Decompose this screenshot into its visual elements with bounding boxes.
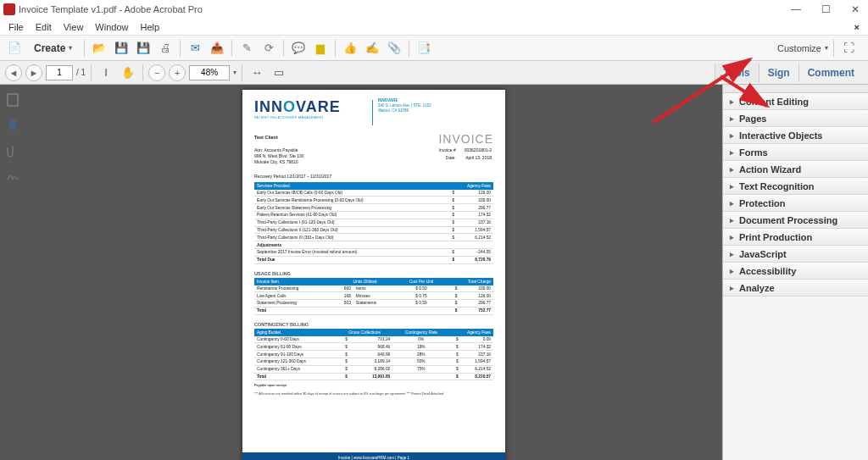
tools-section-action-wizard[interactable]: ▸Action Wizard (723, 161, 868, 178)
menu-help[interactable]: Help (140, 22, 159, 32)
window-minimize-button[interactable]: — (786, 3, 806, 15)
contingency-title: CONTINGENCY BILLING (254, 322, 493, 327)
main-toolbar: 📄 Create ▾ 📂 💾 💾 🖨 ✉ 📤 ✎ ⟳ 💬 ▆ 👍 ✍ 📎 📑 C… (0, 36, 868, 61)
logo-text: INNOVARE (254, 98, 341, 116)
tools-section-text-recognition[interactable]: ▸Text Recognition (723, 178, 868, 195)
table-row: Contingency 361+ Days$8,286.0275%$6,214.… (254, 365, 493, 373)
chevron-right-icon: ▸ (730, 165, 734, 174)
table-row: Remittance Processing660Items$ 0.50$330.… (254, 285, 493, 292)
fit-width-icon[interactable]: ↔ (248, 64, 266, 82)
menubar-close-icon[interactable]: × (854, 22, 860, 32)
table-row: Contingency 91-120 Days$646.9928%$237.16 (254, 351, 493, 358)
open-icon[interactable]: 📂 (90, 39, 108, 58)
table-row: Contingency 61-90 Days$968.4618%$174.32 (254, 343, 493, 351)
rotate-icon[interactable]: ⟳ (259, 39, 278, 58)
chevron-down-icon[interactable]: ▾ (233, 69, 236, 76)
tools-section-analyze[interactable]: ▸Analyze (723, 280, 868, 297)
page-thumbnails-icon[interactable] (6, 93, 19, 107)
table-row: Patient Retention Services (61-90 Days O… (254, 212, 493, 219)
tools-section-document-processing[interactable]: ▸Document Processing (723, 212, 868, 229)
window-title: Invoice Template v1.pdf - Adobe Acrobat … (19, 4, 786, 14)
save-icon[interactable]: 💾 (112, 39, 131, 58)
chevron-down-icon: ▾ (825, 45, 828, 52)
prev-page-button[interactable]: ◄ (5, 64, 22, 81)
attach-icon[interactable]: 📎 (385, 39, 403, 58)
chevron-right-icon: ▸ (730, 267, 734, 275)
stamp-icon[interactable]: 👍 (341, 39, 359, 58)
signatures-icon[interactable] (6, 169, 19, 183)
tools-section-forms[interactable]: ▸Forms (723, 144, 868, 161)
sign-icon[interactable]: ✍ (363, 39, 381, 58)
table-row: September 2017 Invoice Error (invoiced r… (254, 248, 493, 256)
combine-icon[interactable]: 📑 (415, 39, 433, 58)
bookmarks-icon[interactable] (6, 119, 19, 132)
tools-section-print-production[interactable]: ▸Print Production (723, 229, 868, 246)
usage-title: USAGE BILLING (254, 271, 493, 276)
window-maximize-button[interactable]: ☐ (816, 3, 836, 15)
table-row: Live Agent Calls168Minutes$ 0.75$126.00 (254, 292, 493, 300)
sticky-note-icon[interactable]: 💬 (289, 39, 308, 58)
create-pdf-icon[interactable]: 📄 (5, 39, 24, 58)
tools-panel: ▸Content Editing▸Pages▸Interactive Objec… (722, 85, 868, 460)
logo-tagline: PATIENT RELATIONSHIP MANAGEMENT (254, 116, 341, 119)
navigation-pane (0, 85, 25, 460)
table-row: Early Out Services Remittance Processing… (254, 197, 493, 204)
menu-view[interactable]: View (64, 22, 84, 32)
window-titlebar: Invoice Template v1.pdf - Adobe Acrobat … (0, 0, 868, 19)
pdf-page: INNOVARE PATIENT RELATIONSHIP MANAGEMENT… (242, 90, 505, 460)
select-tool-icon[interactable]: I (97, 64, 115, 82)
chevron-right-icon: ▸ (730, 199, 734, 208)
table-row: Contingency 0-60 Days$701.240%$0.00 (254, 336, 493, 343)
app-icon (3, 3, 15, 15)
fit-page-icon[interactable]: ▭ (270, 64, 288, 82)
document-footer: Invoice | www.InnovarePRM.com | Page 1 (242, 452, 505, 460)
tab-sign[interactable]: Sign (759, 64, 798, 82)
company-address: INNOVARE 340 S. Lemon Ave. | STE. 1102 W… (378, 98, 431, 114)
table-row: Third-Party Collections II (121-360 Days… (254, 226, 493, 234)
zoom-out-button[interactable]: − (148, 64, 165, 81)
menu-file[interactable]: File (8, 22, 24, 32)
fine-print: *** All invoices not remitted within 30 … (254, 392, 493, 396)
next-page-button[interactable]: ► (25, 64, 42, 81)
save-as-icon[interactable]: 💾 (134, 39, 153, 58)
tools-section-javascript[interactable]: ▸JavaScript (723, 246, 868, 263)
window-close-button[interactable]: ✕ (846, 3, 865, 15)
panel-grip[interactable] (723, 85, 868, 93)
svg-rect-0 (8, 94, 18, 106)
chevron-right-icon: ▸ (730, 216, 734, 224)
menu-edit[interactable]: Edit (36, 22, 52, 32)
fullscreen-icon[interactable]: ⛶ (839, 39, 858, 58)
tools-section-content-editing[interactable]: ▸Content Editing (723, 93, 868, 110)
tools-section-accessibility[interactable]: ▸Accessibility (723, 263, 868, 280)
email-icon[interactable]: ✉ (186, 39, 204, 58)
invoice-meta: Invoice #0036201801-2 Date:April 13, 201… (431, 146, 493, 163)
chevron-right-icon: ▸ (730, 148, 734, 157)
payable-label: Payable upon receipt (254, 384, 493, 387)
document-area[interactable]: INNOVARE PATIENT RELATIONSHIP MANAGEMENT… (25, 85, 722, 460)
table-row: Third-Party Collections I (91-120 Days O… (254, 219, 493, 226)
menu-window[interactable]: Window (95, 22, 128, 32)
zoom-in-button[interactable]: + (169, 64, 186, 81)
chevron-right-icon: ▸ (730, 182, 734, 191)
page-number-input[interactable] (46, 65, 73, 80)
print-icon[interactable]: 🖨 (156, 39, 175, 58)
tab-comment[interactable]: Comment (798, 64, 863, 82)
hand-tool-icon[interactable]: ✋ (119, 64, 137, 82)
contingency-table: Aging BucketGross CollectionsContingency… (254, 329, 493, 381)
create-button[interactable]: Create ▾ (27, 41, 79, 56)
chevron-right-icon: ▸ (730, 131, 734, 140)
edit-text-icon[interactable]: ✎ (237, 39, 256, 58)
tools-section-interactive-objects[interactable]: ▸Interactive Objects (723, 127, 868, 144)
attachments-icon[interactable] (6, 144, 19, 158)
chevron-right-icon: ▸ (730, 97, 734, 106)
tools-section-protection[interactable]: ▸Protection (723, 195, 868, 212)
share-icon[interactable]: 📤 (208, 39, 226, 58)
invoice-title: INVOICE (438, 132, 493, 146)
highlight-icon[interactable]: ▆ (311, 39, 330, 58)
zoom-input[interactable] (189, 65, 230, 80)
tab-tools[interactable]: Tools (715, 64, 759, 82)
customize-button[interactable]: Customize (777, 43, 821, 53)
table-row: Early Out Services IB/OB Calls (0-60 Day… (254, 190, 493, 197)
chevron-right-icon: ▸ (730, 233, 734, 241)
tools-section-pages[interactable]: ▸Pages (723, 110, 868, 127)
